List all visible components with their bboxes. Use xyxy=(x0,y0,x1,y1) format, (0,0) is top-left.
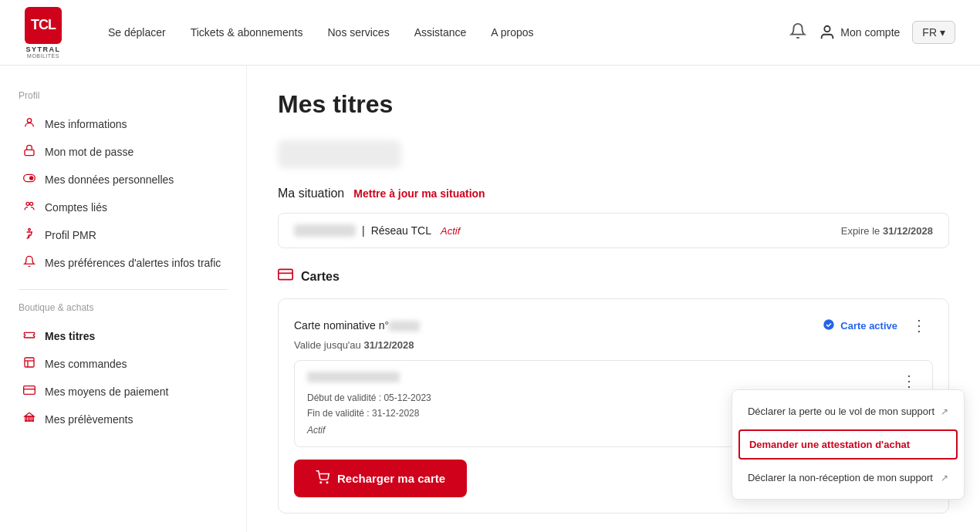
header-right: Mon compte FR ▾ xyxy=(789,21,955,44)
card-status-label: Carte active xyxy=(840,320,897,332)
sidebar-item-alertes[interactable]: Mes préférences d'alertes infos trafic xyxy=(19,249,228,277)
page-title: Mes titres xyxy=(278,90,949,119)
situation-label: Ma situation xyxy=(278,187,344,200)
card-valid-date: 31/12/2028 xyxy=(363,339,414,351)
orders-icon xyxy=(22,356,37,372)
card-section-icon xyxy=(278,267,293,286)
users-icon xyxy=(22,200,37,215)
dropdown-label-attestation: Demander une attestation d'achat xyxy=(749,439,910,450)
nav-services[interactable]: Nos services xyxy=(328,26,390,39)
sidebar-divider xyxy=(19,289,228,290)
pmr-icon xyxy=(22,227,37,243)
sidebar-item-profil-pmr[interactable]: Profil PMR xyxy=(19,221,228,249)
sidebar-pmr-label: Profil PMR xyxy=(45,229,96,241)
page-body: Profil Mes informations Mon mot de passe… xyxy=(0,66,980,532)
svg-point-0 xyxy=(825,26,830,32)
situation-row: Ma situation Mettre à jour ma situation xyxy=(278,187,949,200)
user-icon xyxy=(22,116,37,132)
external-link-icon2: ↗ xyxy=(941,473,948,483)
ticket-icon xyxy=(22,328,37,344)
logo-mobilites: MOBILITÉS xyxy=(27,53,59,59)
card-header: Carte nominative n° Carte active ⋮ xyxy=(294,315,933,336)
sidebar-mot-de-passe-label: Mon mot de passe xyxy=(45,146,133,158)
svg-point-19 xyxy=(823,318,835,330)
sidebar-item-donnees-personnelles[interactable]: Mes données personnelles xyxy=(19,166,228,194)
svg-rect-8 xyxy=(25,358,34,367)
main-nav: Se déplacer Tickets & abonnements Nos se… xyxy=(108,26,759,39)
cartes-title: Cartes xyxy=(301,270,340,284)
bank-icon xyxy=(22,412,37,427)
logo-box: TCL xyxy=(25,7,62,44)
inner-card-menu-button[interactable]: ⋮ xyxy=(895,370,923,392)
sidebar-item-comptes-lies[interactable]: Comptes liés xyxy=(19,194,228,221)
sidebar-prelevements-label: Mes prélèvements xyxy=(45,413,133,426)
dropdown-label-perte: Déclarer la perte ou le vol de mon suppo… xyxy=(748,406,934,417)
payment-icon xyxy=(22,384,37,399)
nav-se-deplacer[interactable]: Se déplacer xyxy=(108,26,166,39)
sidebar-profil-title: Profil xyxy=(19,90,228,101)
inner-card-blurred xyxy=(307,372,400,382)
sidebar-item-mes-informations[interactable]: Mes informations xyxy=(19,110,228,138)
sidebar-item-mes-commandes[interactable]: Mes commandes xyxy=(19,350,228,378)
sidebar-item-mot-de-passe[interactable]: Mon mot de passe xyxy=(19,138,228,166)
situation-link[interactable]: Mettre à jour ma situation xyxy=(353,187,485,200)
logo-text: TCL xyxy=(31,17,56,33)
network-left: | Réseau TCL Actif xyxy=(294,224,460,237)
sidebar-donnees-label: Mes données personnelles xyxy=(45,173,174,186)
sidebar-comptes-label: Comptes liés xyxy=(45,201,107,214)
svg-point-7 xyxy=(29,228,31,231)
sidebar-item-mes-titres[interactable]: Mes titres xyxy=(19,322,228,350)
svg-rect-2 xyxy=(25,150,34,155)
svg-point-5 xyxy=(26,202,29,205)
network-blurred xyxy=(294,224,356,237)
nav-apropos[interactable]: A propos xyxy=(491,26,533,39)
sidebar-item-moyens-paiement[interactable]: Mes moyens de paiement xyxy=(19,378,228,406)
nav-tickets[interactable]: Tickets & abonnements xyxy=(191,26,303,39)
dropdown-menu: Déclarer la perte ou le vol de mon suppo… xyxy=(732,389,965,500)
sidebar: Profil Mes informations Mon mot de passe… xyxy=(0,66,247,532)
card-number-blurred xyxy=(389,321,420,332)
network-name: Réseau TCL xyxy=(371,224,431,237)
sidebar-boutique-title: Boutique & achats xyxy=(19,302,228,313)
logo[interactable]: TCL SYTRAL MOBILITÉS xyxy=(25,7,62,59)
recharge-button[interactable]: Recharger ma carte xyxy=(294,460,467,497)
svg-rect-15 xyxy=(32,416,33,421)
sidebar-commandes-label: Mes commandes xyxy=(45,358,127,370)
header: TCL SYTRAL MOBILITÉS Se déplacer Tickets… xyxy=(0,0,980,66)
svg-point-6 xyxy=(30,202,33,205)
lang-button[interactable]: FR ▾ xyxy=(912,21,955,44)
card-validity: Valide jusqu'au 31/12/2028 xyxy=(294,339,933,351)
profile-card xyxy=(278,140,949,168)
sidebar-paiement-label: Mes moyens de paiement xyxy=(45,386,168,398)
card-menu-button[interactable]: ⋮ xyxy=(905,315,933,336)
network-active-badge: Actif xyxy=(441,225,460,237)
dropdown-item-non-reception[interactable]: Déclarer la non-réception de mon support… xyxy=(732,463,964,493)
mon-compte-btn[interactable]: Mon compte xyxy=(819,24,900,41)
inner-card-dots[interactable]: ⋮ xyxy=(895,370,923,392)
sidebar-item-prelevements[interactable]: Mes prélèvements xyxy=(19,406,228,433)
network-pipe: | xyxy=(362,224,365,237)
bell-icon2 xyxy=(22,255,37,271)
nav-assistance[interactable]: Assistance xyxy=(414,26,467,39)
svg-rect-14 xyxy=(29,416,30,421)
sidebar-alertes-label: Mes préférences d'alertes infos trafic xyxy=(45,257,221,269)
logo-sytral: SYTRAL xyxy=(26,45,61,53)
card-name-row: Carte nominative n° xyxy=(294,319,420,332)
lock-icon xyxy=(22,144,37,160)
dropdown-item-perte[interactable]: Déclarer la perte ou le vol de mon suppo… xyxy=(732,396,964,426)
svg-rect-17 xyxy=(279,269,292,279)
lang-label: FR xyxy=(922,26,937,39)
cartes-section-header: Cartes xyxy=(278,267,949,286)
svg-rect-13 xyxy=(25,416,27,421)
svg-rect-11 xyxy=(24,386,35,395)
dropdown-item-attestation[interactable]: Demander une attestation d'achat xyxy=(738,429,958,460)
chevron-down-icon: ▾ xyxy=(940,26,945,39)
mon-compte-label: Mon compte xyxy=(840,26,900,39)
expiry-prefix: Expire le xyxy=(841,225,880,237)
card-status-badge: Carte active xyxy=(822,318,897,334)
bell-icon[interactable] xyxy=(789,22,806,43)
dropdown-label-non-reception: Déclarer la non-réception de mon support xyxy=(748,472,933,483)
network-expiry: Expire le 31/12/2028 xyxy=(841,225,933,237)
external-link-icon: ↗ xyxy=(941,406,948,417)
svg-point-1 xyxy=(27,119,31,123)
